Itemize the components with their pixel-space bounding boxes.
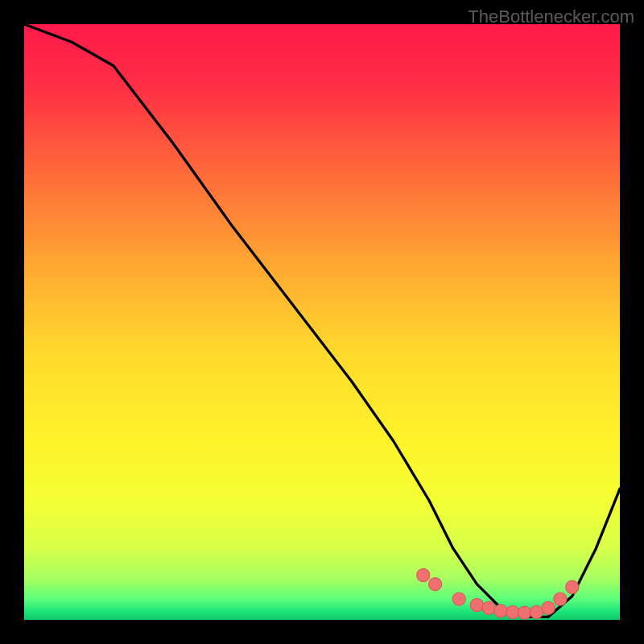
optimal-marker (428, 577, 441, 590)
optimal-marker (542, 601, 555, 614)
optimal-marker (530, 605, 543, 618)
optimal-marker (494, 605, 507, 617)
optimal-marker (482, 601, 495, 614)
optimal-marker (518, 606, 530, 619)
optimal-marker (470, 598, 483, 611)
chart-svg (24, 24, 620, 620)
optimal-marker (452, 592, 465, 605)
watermark-text: TheBottlenecker.com (468, 6, 634, 27)
bottleneck-curve (24, 24, 620, 617)
optimal-marker (417, 568, 430, 581)
optimal-marker (506, 605, 519, 618)
optimal-marker (554, 592, 567, 605)
optimal-marker (566, 580, 579, 593)
plot-area (24, 24, 620, 620)
